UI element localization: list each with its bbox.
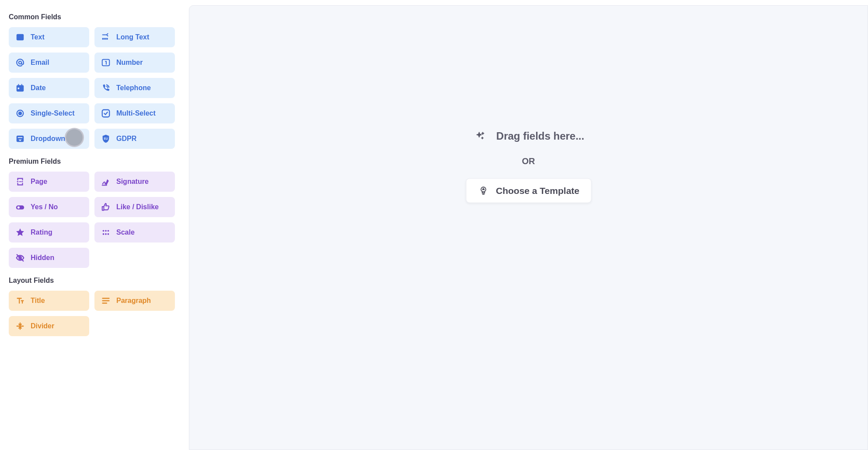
field-email[interactable]: Email (9, 53, 89, 73)
svg-point-20 (105, 230, 107, 232)
field-like-dislike[interactable]: Like / Dislike (94, 197, 175, 217)
field-label: Yes / No (31, 203, 58, 211)
sparkle-icon (473, 128, 488, 144)
field-label: Email (31, 59, 49, 67)
field-label: Text (31, 33, 45, 41)
dropdown-icon (15, 134, 25, 144)
choose-template-button[interactable]: Choose a Template (466, 179, 591, 203)
svg-rect-17 (16, 205, 24, 209)
field-hidden[interactable]: Hidden (9, 248, 89, 268)
drag-hint-row: Drag fields here... (473, 128, 584, 144)
field-label: Divider (31, 322, 54, 330)
field-gdpr[interactable]: EU GDPR (94, 129, 175, 149)
field-rating[interactable]: Rating (9, 222, 89, 243)
field-label: Paragraph (116, 297, 151, 305)
fields-sidebar: Common Fields A Text Long Text Email Num… (0, 0, 184, 450)
field-text[interactable]: A Text (9, 27, 89, 47)
field-label: Page (31, 178, 47, 186)
svg-rect-10 (21, 84, 22, 86)
field-paragraph[interactable]: Paragraph (94, 291, 175, 311)
svg-rect-15 (18, 137, 23, 138)
field-label: Multi-Select (116, 109, 156, 117)
layout-fields-grid: Title Paragraph Divider (9, 291, 175, 336)
drag-hint-text: Drag fields here... (496, 130, 584, 142)
svg-point-18 (17, 206, 20, 209)
lightbulb-icon (478, 185, 489, 197)
svg-point-12 (19, 112, 21, 115)
at-icon (15, 57, 25, 68)
or-separator: OR (522, 156, 535, 166)
thumb-icon (101, 202, 111, 212)
field-number[interactable]: Number (94, 53, 175, 73)
signature-icon (101, 176, 111, 187)
common-fields-grid: A Text Long Text Email Number Date Telep… (9, 27, 175, 149)
template-button-label: Choose a Template (496, 186, 579, 196)
star-icon (15, 227, 25, 238)
field-label: GDPR (116, 135, 136, 143)
field-label: Rating (31, 229, 52, 236)
checkbox-icon (101, 108, 111, 119)
svg-text:EU: EU (104, 137, 108, 140)
field-dropdown[interactable]: Dropdown (9, 129, 89, 149)
section-title-layout: Layout Fields (9, 277, 175, 285)
field-single-select[interactable]: Single-Select (9, 103, 89, 123)
calendar-icon (15, 83, 25, 93)
field-page[interactable]: Page (9, 172, 89, 192)
field-label: Single-Select (31, 109, 74, 117)
text-a-icon: A (15, 32, 25, 42)
phone-icon (101, 83, 111, 93)
svg-point-2 (102, 39, 103, 39)
field-label: Number (116, 59, 143, 67)
section-title-common: Common Fields (9, 13, 175, 21)
long-text-icon (101, 32, 111, 42)
page-break-icon (15, 176, 25, 187)
field-label: Scale (116, 229, 135, 236)
field-scale[interactable]: Scale (94, 222, 175, 243)
svg-point-21 (108, 230, 109, 232)
svg-rect-7 (17, 85, 24, 92)
toggle-icon (15, 202, 25, 212)
field-label: Like / Dislike (116, 203, 159, 211)
field-divider[interactable]: Divider (9, 316, 89, 336)
radio-icon (15, 108, 25, 119)
svg-point-23 (105, 233, 107, 235)
field-title[interactable]: Title (9, 291, 89, 311)
field-label: Long Text (116, 33, 149, 41)
shield-eu-icon: EU (101, 134, 111, 144)
field-label: Title (31, 297, 45, 305)
title-t-icon (15, 295, 25, 306)
eye-off-icon (15, 253, 25, 263)
field-signature[interactable]: Signature (94, 172, 175, 192)
svg-point-19 (103, 230, 105, 232)
svg-point-22 (103, 233, 105, 235)
premium-fields-grid: Page Signature Yes / No Like / Dislike R… (9, 172, 175, 268)
svg-point-3 (105, 39, 105, 39)
field-label: Hidden (31, 254, 54, 262)
field-telephone[interactable]: Telephone (94, 78, 175, 98)
field-label: Signature (116, 178, 149, 186)
section-title-premium: Premium Fields (9, 158, 175, 165)
canvas-empty-state: Drag fields here... OR Choose a Template (466, 128, 591, 203)
field-label: Dropdown (31, 135, 65, 143)
svg-rect-8 (18, 88, 20, 89)
field-long-text[interactable]: Long Text (94, 27, 175, 47)
scale-icon (101, 227, 111, 238)
svg-point-4 (107, 39, 108, 39)
field-yes-no[interactable]: Yes / No (9, 197, 89, 217)
field-multi-select[interactable]: Multi-Select (94, 103, 175, 123)
svg-text:A: A (19, 35, 22, 40)
form-canvas[interactable]: Drag fields here... OR Choose a Template (189, 5, 868, 450)
field-label: Telephone (116, 84, 151, 92)
field-label: Date (31, 84, 46, 92)
number-one-icon (101, 57, 111, 68)
paragraph-icon (101, 295, 111, 306)
svg-point-24 (108, 233, 109, 235)
divider-icon (15, 321, 25, 331)
svg-rect-9 (18, 84, 19, 86)
field-date[interactable]: Date (9, 78, 89, 98)
